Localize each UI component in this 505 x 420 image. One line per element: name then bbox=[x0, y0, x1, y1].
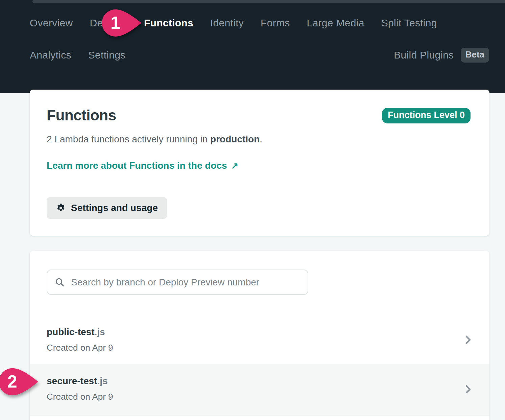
functions-summary: 2 Lambda functions actively running in p… bbox=[47, 133, 262, 145]
gear-icon bbox=[56, 203, 66, 213]
function-extension: .js bbox=[95, 327, 105, 337]
nav-tab-large-media[interactable]: Large Media bbox=[307, 17, 364, 29]
function-row-public-test[interactable]: public-test.js Created on Apr 9 bbox=[30, 317, 489, 364]
function-created-date: Created on Apr 9 bbox=[47, 343, 459, 353]
nav-top-divider bbox=[32, 0, 505, 3]
function-basename: secure-test bbox=[47, 376, 97, 386]
summary-prefix: 2 Lambda functions actively running in bbox=[47, 134, 210, 144]
functions-card-header: Functions Functions Level 0 bbox=[47, 108, 471, 123]
nav-row-secondary: Analytics Settings Build Plugins Beta bbox=[30, 47, 489, 63]
nav-row-primary: Overview Deploys Functions Identity Form… bbox=[30, 15, 489, 31]
search-icon bbox=[55, 277, 65, 287]
annotation-step-number: 2 bbox=[7, 372, 17, 391]
beta-badge: Beta bbox=[461, 48, 489, 62]
nav-tab-settings[interactable]: Settings bbox=[88, 49, 126, 61]
docs-link[interactable]: Learn more about Functions in the docs ↗ bbox=[47, 160, 238, 171]
nav-tab-build-plugins[interactable]: Build Plugins bbox=[394, 49, 454, 61]
nav-tab-split-testing[interactable]: Split Testing bbox=[381, 17, 437, 29]
functions-list-card: public-test.js Created on Apr 9 secure-t… bbox=[30, 251, 489, 420]
functions-list: public-test.js Created on Apr 9 secure-t… bbox=[30, 317, 489, 416]
function-row-secure-test[interactable]: secure-test.js Created on Apr 9 bbox=[30, 364, 489, 416]
nav-tab-analytics[interactable]: Analytics bbox=[30, 49, 71, 61]
annotation-pin-2: 2 bbox=[0, 367, 40, 396]
chevron-right-icon bbox=[465, 335, 471, 346]
chevron-right-icon bbox=[465, 384, 471, 395]
settings-and-usage-button[interactable]: Settings and usage bbox=[47, 197, 167, 219]
nav-tab-identity[interactable]: Identity bbox=[210, 17, 244, 29]
settings-button-label: Settings and usage bbox=[71, 203, 158, 213]
function-basename: public-test bbox=[47, 327, 95, 337]
nav-tab-functions[interactable]: Functions bbox=[144, 17, 193, 29]
nav-build-plugins-group: Build Plugins Beta bbox=[394, 48, 489, 62]
annotation-pin-1: 1 bbox=[101, 8, 143, 38]
search-input[interactable] bbox=[71, 277, 302, 288]
search-box bbox=[47, 270, 308, 295]
function-created-date: Created on Apr 9 bbox=[47, 392, 459, 402]
function-extension: .js bbox=[97, 376, 107, 386]
nav-tab-forms[interactable]: Forms bbox=[261, 17, 290, 29]
functions-level-badge: Functions Level 0 bbox=[382, 108, 471, 123]
docs-link-label: Learn more about Functions in the docs bbox=[47, 160, 227, 171]
summary-suffix: . bbox=[260, 134, 262, 144]
summary-environment: production bbox=[210, 134, 260, 144]
annotation-step-number: 1 bbox=[111, 13, 120, 32]
nav-tab-overview[interactable]: Overview bbox=[30, 17, 73, 29]
function-name: public-test.js bbox=[47, 327, 459, 337]
page-title: Functions bbox=[47, 108, 116, 123]
netlify-functions-page: Overview Deploys Functions Identity Form… bbox=[0, 0, 505, 420]
top-navigation: Overview Deploys Functions Identity Form… bbox=[0, 0, 505, 93]
function-name: secure-test.js bbox=[47, 376, 459, 387]
external-link-icon: ↗ bbox=[231, 161, 239, 171]
functions-overview-card: Functions Functions Level 0 2 Lambda fun… bbox=[30, 90, 489, 236]
